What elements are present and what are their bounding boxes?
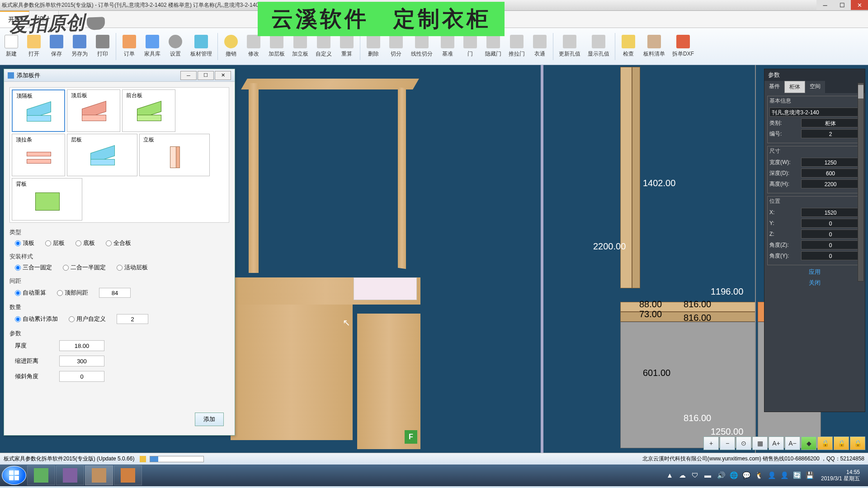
tool-settings[interactable]: 设置	[164, 33, 187, 60]
view-mode-button[interactable]: ▦	[752, 436, 768, 450]
prop-height[interactable]: 2200	[801, 179, 860, 188]
board-item-vertical[interactable]: 立板	[139, 134, 210, 176]
tool-print[interactable]: 打印	[91, 33, 114, 60]
zoom-in-button[interactable]: +	[703, 436, 719, 450]
radio-spacing-auto[interactable]: 自动重算	[15, 289, 46, 297]
tray-up-icon[interactable]: ▲	[666, 471, 675, 479]
radio-shelf[interactable]: 层板	[45, 239, 65, 247]
task-app-current[interactable]	[85, 465, 113, 485]
board-item-top-separator[interactable]: 顶隔板	[12, 89, 65, 132]
window-maximize-button[interactable]: ☐	[834, 0, 851, 10]
tray-shield-icon[interactable]: 🛡	[692, 471, 700, 479]
task-app-1[interactable]	[27, 465, 55, 485]
radio-count-auto[interactable]: 自动累计添加	[15, 315, 58, 323]
text-increase-button[interactable]: A+	[769, 436, 784, 450]
tray-qq-icon[interactable]: 🐧	[755, 471, 763, 479]
tray-network-icon[interactable]: ▬	[704, 471, 712, 479]
tool-save[interactable]: 保存	[45, 33, 68, 60]
tool-door[interactable]: 门	[459, 33, 481, 60]
tool-check[interactable]: 检查	[617, 33, 640, 60]
dialog-titlebar[interactable]: 添加板件 ─ ☐ ✕	[4, 69, 235, 82]
prop-name[interactable]: 刊凡,意境湾3-2-140	[769, 108, 860, 117]
tool-custom[interactable]: 自定义	[312, 33, 335, 60]
props-scrollbar[interactable]	[858, 83, 864, 282]
input-angle[interactable]	[59, 371, 104, 382]
tool-hidedoor[interactable]: 隐藏门	[481, 33, 505, 60]
tool-rail[interactable]: 衣通	[528, 33, 551, 60]
window-minimize-button[interactable]: ─	[816, 0, 834, 10]
radio-count-user[interactable]: 用户自定义	[69, 315, 106, 323]
props-tab-space[interactable]: 空间	[805, 81, 825, 93]
radio-top[interactable]: 顶板	[15, 239, 34, 247]
tool-material[interactable]: 板材管理	[187, 33, 216, 60]
board-item-top-back[interactable]: 顶后板	[67, 89, 120, 132]
prop-width[interactable]: 1250	[801, 158, 860, 167]
tray-wechat-icon[interactable]: 💬	[742, 471, 750, 479]
tool-order[interactable]: 订单	[118, 33, 141, 60]
tool-updateholes[interactable]: 更新孔值	[555, 33, 584, 60]
apply-button[interactable]: 应用	[767, 268, 862, 276]
task-app-2[interactable]	[56, 465, 84, 485]
tray-disk-icon[interactable]: 💾	[806, 471, 814, 479]
prop-depth[interactable]: 600	[801, 169, 860, 178]
viewport-2d-elevation[interactable]: 1402.00 2200.00 1196.00 88.00 73.00 816.…	[543, 65, 755, 453]
count-value-input[interactable]	[117, 314, 148, 324]
prop-x[interactable]: 1520	[801, 208, 860, 217]
zoom-out-button[interactable]: −	[720, 436, 735, 450]
dialog-minimize-button[interactable]: ─	[180, 71, 197, 80]
radio-spacing-top[interactable]: 顶部间距	[57, 289, 88, 297]
task-app-4[interactable]	[114, 465, 142, 485]
board-item-front-desk[interactable]: 前台板	[122, 89, 175, 132]
board-item-shelf[interactable]: 层板	[67, 134, 137, 176]
tool-boardlist[interactable]: 板料清单	[640, 33, 669, 60]
tray-sync-icon[interactable]: 🔄	[793, 471, 801, 479]
zoom-fit-button[interactable]: ⊙	[736, 436, 751, 450]
radio-full[interactable]: 全合板	[106, 239, 131, 247]
lock-2-button[interactable]: 🔒	[834, 436, 849, 450]
tool-delete[interactable]: 删除	[362, 33, 385, 60]
tool-addvertical[interactable]: 加立板	[288, 33, 312, 60]
tool-addshelf[interactable]: 加层板	[265, 33, 288, 60]
input-indent[interactable]	[59, 356, 104, 366]
prop-type[interactable]: 柜体	[801, 118, 860, 127]
radio-install-fixed[interactable]: 三合一固定	[15, 263, 52, 272]
close-props-button[interactable]: 关闭	[767, 279, 862, 287]
tool-recalc[interactable]: 重算	[335, 33, 358, 60]
props-tab-cabinet[interactable]: 柜体	[784, 81, 805, 93]
start-button[interactable]	[2, 466, 26, 485]
input-thickness[interactable]	[59, 340, 104, 351]
dialog-close-button[interactable]: ✕	[215, 71, 231, 80]
taskbar-clock[interactable]: 14:55 2019/3/1 星期五	[818, 468, 863, 483]
tool-saveas[interactable]: 另存为	[68, 33, 91, 60]
prop-id[interactable]: 2	[801, 129, 860, 138]
tool-split[interactable]: 切分	[385, 33, 407, 60]
tool-showholes[interactable]: 显示孔值	[584, 33, 613, 60]
radio-install-movable[interactable]: 活动层板	[117, 263, 148, 272]
props-tab-base[interactable]: 基件	[764, 81, 784, 93]
tool-library[interactable]: 家具库	[141, 33, 164, 60]
window-close-button[interactable]: ✕	[851, 0, 868, 10]
spacing-value-input[interactable]	[99, 288, 131, 298]
tool-exportdxf[interactable]: 拆单DXF	[669, 33, 698, 60]
tool-datum[interactable]: 基准	[436, 33, 459, 60]
view-toggle-1[interactable]: ◆	[801, 436, 816, 450]
lock-3-button[interactable]: 🔒	[850, 436, 865, 450]
tool-modify[interactable]: 修改	[242, 33, 265, 60]
tray-user2-icon[interactable]: 👤	[780, 471, 788, 479]
tool-undo[interactable]: 撤销	[220, 33, 242, 60]
prop-z[interactable]: 0	[801, 230, 860, 239]
tray-volume-icon[interactable]: 🔊	[717, 471, 725, 479]
tray-browser-icon[interactable]: 🌐	[730, 471, 738, 479]
radio-install-half[interactable]: 二合一半固定	[63, 263, 106, 272]
radio-bottom[interactable]: 底板	[75, 239, 95, 247]
tool-linearsplit[interactable]: 线性切分	[407, 33, 436, 60]
prop-angle-y[interactable]: 0	[801, 251, 860, 260]
text-decrease-button[interactable]: A−	[785, 436, 800, 450]
prop-y[interactable]: 0	[801, 219, 860, 228]
prop-angle-z[interactable]: 0	[801, 240, 860, 249]
lock-1-button[interactable]: 🔒	[817, 436, 833, 450]
board-item-top-strip[interactable]: 顶拉条	[12, 134, 65, 176]
tray-user-icon[interactable]: 👤	[768, 471, 776, 479]
board-item-back[interactable]: 背板	[12, 178, 82, 221]
add-button[interactable]: 添加	[195, 413, 224, 426]
